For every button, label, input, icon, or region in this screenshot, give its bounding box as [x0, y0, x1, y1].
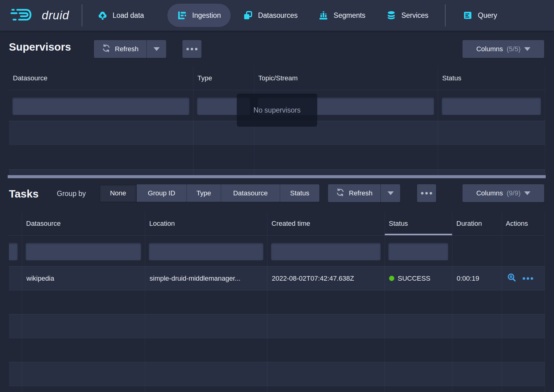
table-row	[9, 290, 545, 314]
segments-icon	[318, 10, 328, 20]
column-header[interactable]	[9, 212, 22, 235]
group-by-status-button[interactable]: Status	[280, 184, 319, 202]
more-icon	[421, 192, 432, 194]
refresh-button[interactable]: Refresh	[94, 40, 146, 58]
group-by-type-button[interactable]: Type	[187, 184, 221, 202]
task-created-time-cell: 2022-08-02T07:42:47.638Z	[267, 267, 385, 290]
table-row	[9, 362, 545, 386]
datasource-filter-input[interactable]	[25, 242, 142, 261]
columns-count: (9/9)	[507, 189, 521, 197]
refresh-button[interactable]: Refresh	[328, 184, 380, 202]
refresh-label: Refresh	[115, 45, 138, 53]
status-filter-input[interactable]	[388, 242, 449, 261]
task-location-cell: simple-druid-middlemanager...	[145, 267, 267, 290]
supervisors-title: Supervisors	[9, 41, 71, 53]
supervisors-columns-button[interactable]: Columns (5/5)	[462, 40, 544, 58]
tasks-table: Datasource Location Created time Status …	[9, 212, 545, 392]
table-row	[9, 144, 545, 169]
column-header-status-sorted[interactable]: Status	[385, 212, 452, 235]
task-status-cell: SUCCESS	[385, 267, 452, 290]
supervisors-header-row: Datasource Type Topic/Stream Status	[9, 66, 545, 90]
no-supervisors-message: No supervisors	[237, 94, 317, 127]
nav-item-label: Services	[401, 11, 428, 20]
status-filter-input[interactable]	[441, 97, 541, 115]
query-icon	[463, 10, 473, 20]
tasks-title: Tasks	[9, 188, 39, 200]
task-actions-more-icon[interactable]	[523, 277, 533, 280]
column-header[interactable]: Duration	[452, 212, 502, 235]
group-by-none-button[interactable]: None	[100, 184, 137, 202]
column-header[interactable]: Actions	[502, 212, 545, 235]
nav-item-datasources[interactable]: Datasources	[241, 4, 299, 27]
ingestion-icon	[177, 10, 187, 20]
group-by-label: Group by	[57, 190, 86, 198]
refresh-dropdown-button[interactable]	[380, 184, 400, 202]
column-header[interactable]: Type	[193, 66, 254, 90]
navbar-divider	[82, 4, 82, 26]
group-by-segmented-control: None Group ID Type Datasource Status	[100, 184, 319, 202]
brand-name: druid	[42, 9, 69, 22]
refresh-icon	[102, 44, 111, 54]
refresh-dropdown-button[interactable]	[146, 40, 166, 58]
druid-console: druid Load data	[0, 0, 554, 392]
nav-item-services[interactable]: Services	[384, 4, 430, 27]
nav-item-label: Segments	[334, 11, 365, 20]
nav-item-label: Load data	[113, 11, 144, 20]
services-icon	[386, 10, 396, 20]
column-header[interactable]: Datasource	[22, 212, 145, 235]
success-status-dot	[389, 276, 394, 281]
task-row-wikipedia[interactable]: wikipedia simple-druid-middlemanager... …	[9, 266, 545, 290]
tasks-refresh-split-button: Refresh	[328, 184, 400, 202]
druid-logo[interactable]: druid	[10, 6, 69, 25]
task-duration-cell: 0:00:19	[452, 267, 502, 290]
datasources-icon	[243, 10, 253, 20]
supervisors-refresh-split-button: Refresh	[94, 40, 166, 58]
tasks-columns-button[interactable]: Columns (9/9)	[462, 184, 544, 202]
inspect-task-icon[interactable]	[507, 273, 517, 284]
nav-item-label: Ingestion	[192, 11, 221, 20]
chevron-down-icon	[524, 47, 530, 51]
task-actions-cell	[502, 267, 545, 290]
nav-item-ingestion[interactable]: Ingestion	[167, 4, 231, 27]
tasks-filter-row	[9, 235, 545, 266]
columns-count: (5/5)	[507, 45, 521, 53]
column-header[interactable]: Topic/Stream	[254, 66, 438, 90]
table-row	[9, 314, 545, 338]
datasource-filter-input[interactable]	[12, 97, 190, 115]
location-filter-input[interactable]	[148, 242, 264, 261]
column-header[interactable]: Created time	[267, 212, 385, 235]
table-row	[9, 169, 545, 175]
columns-label: Columns	[476, 45, 503, 53]
created-time-filter-input[interactable]	[271, 242, 381, 261]
pane-resize-splitter[interactable]	[8, 175, 546, 178]
upload-icon	[98, 10, 107, 20]
tasks-more-button[interactable]	[417, 184, 436, 202]
chevron-down-icon	[524, 191, 530, 195]
table-row	[9, 338, 545, 362]
refresh-label: Refresh	[349, 189, 373, 197]
column-header[interactable]: Status	[438, 66, 545, 90]
chevron-down-icon	[154, 47, 160, 51]
chevron-down-icon	[388, 191, 394, 195]
supervisors-more-button[interactable]	[182, 40, 201, 58]
column-header[interactable]: Datasource	[9, 66, 193, 90]
group-by-datasource-button[interactable]: Datasource	[221, 184, 280, 202]
navbar: druid Load data	[0, 0, 554, 31]
nav-item-label: Query	[478, 11, 497, 20]
task-datasource-cell: wikipedia	[22, 267, 145, 290]
group-by-group-id-button[interactable]: Group ID	[137, 184, 187, 202]
columns-label: Columns	[476, 189, 503, 197]
column-header[interactable]: Location	[145, 212, 267, 235]
nav-item-segments[interactable]: Segments	[317, 4, 367, 27]
hidden-column-filter-input[interactable]	[9, 242, 18, 261]
druid-logo-icon	[10, 6, 37, 25]
sort-indicator	[385, 234, 452, 235]
nav-item-load-data[interactable]: Load data	[96, 4, 146, 27]
more-icon	[186, 48, 197, 50]
nav-item-query[interactable]: Query	[461, 4, 499, 27]
table-row	[9, 386, 545, 392]
refresh-icon	[336, 188, 345, 198]
nav-item-label: Datasources	[258, 11, 298, 20]
tasks-header-row: Datasource Location Created time Status …	[9, 212, 545, 235]
navbar-divider	[445, 4, 446, 26]
